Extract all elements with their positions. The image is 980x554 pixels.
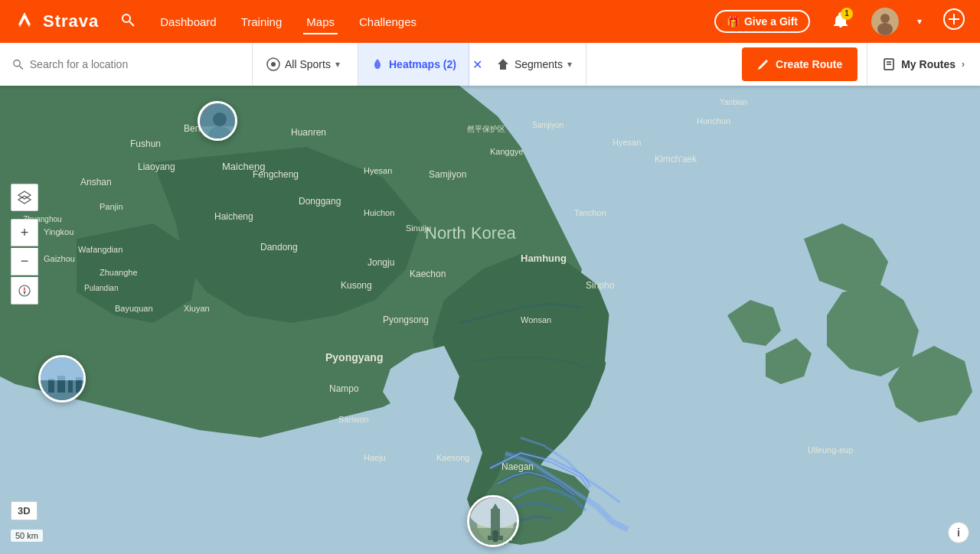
search-input[interactable]: [30, 58, 240, 70]
svg-point-86: [492, 530, 498, 536]
svg-text:Naegan: Naegan: [501, 461, 534, 472]
map-area[interactable]: Zhuanghe Bayuquan Wafangdian Pulandian Z…: [0, 86, 980, 554]
pin-avatar-icon-1: [200, 103, 237, 141]
logo[interactable]: Strava: [12, 9, 99, 34]
heatmaps-close-button[interactable]: ✕: [469, 57, 482, 72]
map-controls: + −: [11, 184, 38, 305]
svg-text:Yanbian: Yanbian: [720, 98, 747, 106]
bookmark-icon: [883, 58, 895, 70]
map-toolbar: All Sports ▾ Heatmaps (2) ✕ Segments ▾ C…: [0, 43, 980, 86]
pin-avatar-icon-2: [41, 357, 86, 402]
svg-text:Yingkou: Yingkou: [44, 227, 74, 236]
heatmaps-label: Heatmaps (2): [389, 58, 456, 70]
svg-text:Zhuanghe: Zhuanghe: [100, 268, 138, 277]
map-scale: 50 km: [11, 530, 43, 542]
svg-point-14: [271, 62, 276, 67]
svg-line-12: [19, 66, 23, 70]
strava-logo-icon: [12, 9, 37, 34]
svg-text:Haicheng: Haicheng: [214, 211, 253, 222]
nav-search-icon: [120, 12, 136, 28]
svg-line-4: [129, 21, 134, 26]
svg-text:Ulleung-eup: Ulleung-eup: [808, 445, 853, 455]
compass-button[interactable]: [11, 277, 38, 305]
svg-text:Fengcheng: Fengcheng: [253, 169, 299, 180]
svg-text:Hyesan: Hyesan: [364, 166, 392, 175]
svg-text:Pyongyang: Pyongyang: [325, 351, 383, 363]
zoom-in-icon: +: [21, 225, 29, 241]
svg-text:Gaizhou: Gaizhou: [44, 254, 75, 263]
segments-icon: [496, 57, 510, 71]
give-gift-button[interactable]: 🎁 Give a Gift: [714, 10, 810, 33]
map-layers-button[interactable]: [11, 184, 38, 211]
svg-text:Hyesan: Hyesan: [612, 138, 641, 147]
my-routes-button[interactable]: My Routes ›: [867, 43, 980, 86]
svg-text:Haeju: Haeju: [364, 453, 386, 462]
svg-marker-15: [498, 59, 508, 70]
pin-avatar-icon-3: [469, 497, 519, 547]
zoom-in-button[interactable]: +: [11, 219, 38, 246]
svg-text:Kanggye: Kanggye: [490, 147, 523, 156]
svg-marker-91: [24, 286, 26, 291]
svg-rect-76: [68, 380, 73, 393]
avatar-chevron[interactable]: ▾: [917, 16, 922, 27]
notifications-button[interactable]: 1: [828, 8, 853, 36]
search-icon: [12, 58, 24, 70]
svg-text:Kusong: Kusong: [341, 280, 372, 291]
svg-text:Wonsan: Wonsan: [521, 315, 551, 324]
svg-rect-70: [201, 126, 237, 141]
svg-point-68: [213, 112, 227, 126]
3d-label: 3D: [18, 505, 31, 517]
top-nav: Strava Dashboard Training Maps Challenge…: [0, 0, 980, 43]
nav-search-button[interactable]: [117, 9, 139, 34]
gift-label: Give a Gift: [744, 15, 798, 28]
all-sports-button[interactable]: All Sports ▾: [253, 43, 358, 86]
my-routes-chevron-icon: ›: [962, 59, 965, 70]
nav-dashboard[interactable]: Dashboard: [157, 11, 219, 33]
location-search-box[interactable]: [0, 43, 253, 86]
svg-text:Pyongsong: Pyongsong: [383, 314, 429, 325]
svg-marker-2: [18, 24, 21, 28]
compass-icon: [18, 285, 31, 297]
user-avatar[interactable]: [871, 8, 899, 35]
heatmaps-button[interactable]: Heatmaps (2): [358, 43, 469, 86]
svg-text:Pulandian: Pulandian: [84, 284, 118, 292]
svg-marker-92: [24, 291, 26, 295]
create-route-button[interactable]: Create Route: [742, 47, 858, 81]
svg-text:Sariwon: Sariwon: [338, 415, 369, 424]
avatar-icon: [871, 8, 899, 35]
zoom-out-button[interactable]: −: [11, 248, 38, 275]
user-pin-left[interactable]: [38, 355, 86, 402]
svg-text:Liaoyang: Liaoyang: [138, 161, 175, 172]
user-pin-bottom[interactable]: [467, 495, 519, 547]
add-activity-button[interactable]: [940, 5, 968, 37]
sports-label: All Sports: [285, 58, 331, 70]
svg-point-11: [14, 60, 20, 66]
svg-text:Donggang: Donggang: [299, 196, 341, 207]
svg-text:Xiuyan: Xiuyan: [184, 304, 210, 313]
svg-text:Anshan: Anshan: [80, 177, 112, 187]
map-svg: Zhuanghe Bayuquan Wafangdian Pulandian Z…: [0, 86, 980, 554]
svg-text:Tanchon: Tanchon: [574, 208, 606, 217]
svg-text:Kaechon: Kaechon: [410, 269, 446, 279]
segments-label: Segments: [514, 58, 563, 70]
map-info-button[interactable]: i: [948, 522, 969, 543]
gift-icon: 🎁: [727, 15, 740, 28]
svg-point-7: [877, 23, 893, 35]
layers-icon: [17, 190, 32, 205]
my-routes-label: My Routes: [901, 58, 956, 70]
nav-maps[interactable]: Maps: [303, 11, 338, 33]
nav-training[interactable]: Training: [238, 11, 286, 33]
svg-text:Huichon: Huichon: [364, 208, 394, 217]
user-pin-top[interactable]: [198, 101, 237, 141]
svg-text:Huanren: Huanren: [291, 127, 326, 138]
svg-text:Hunchun: Hunchun: [697, 116, 730, 125]
svg-text:North Korea: North Korea: [425, 223, 516, 243]
zoom-out-icon: −: [21, 253, 29, 269]
svg-point-6: [880, 14, 890, 23]
nav-challenges[interactable]: Challenges: [356, 11, 420, 33]
svg-point-3: [122, 15, 130, 22]
map-3d-button[interactable]: 3D: [11, 501, 38, 520]
segments-button[interactable]: Segments ▾: [482, 43, 586, 86]
svg-marker-0: [18, 12, 31, 24]
svg-text:Kaesong: Kaesong: [436, 453, 469, 462]
